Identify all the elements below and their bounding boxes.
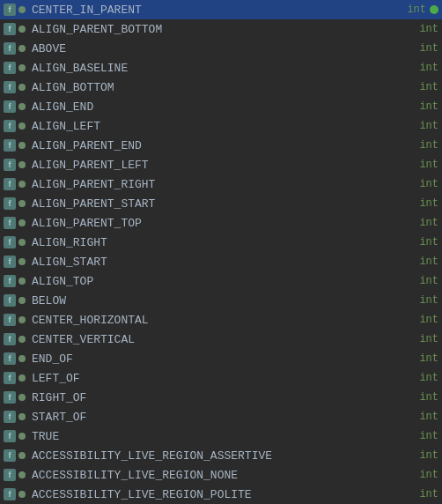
item-type: int	[419, 411, 438, 423]
visibility-icon	[18, 181, 26, 188]
field-icon: f	[4, 4, 16, 16]
visibility-icon	[18, 413, 26, 420]
visibility-icon	[18, 374, 26, 382]
visibility-icon	[18, 316, 26, 323]
icon-area: f	[4, 217, 32, 229]
icon-area: f	[4, 100, 32, 113]
icon-area: f	[4, 197, 32, 210]
visibility-icon	[18, 239, 26, 246]
item-name: CENTER_HORIZONTAL	[32, 314, 412, 327]
icon-area: f	[4, 449, 32, 462]
list-item[interactable]: fALIGN_BASELINEint	[0, 58, 442, 78]
list-item[interactable]: fALIGN_RIGHTint	[0, 233, 442, 252]
item-type: int	[419, 197, 438, 210]
visibility-icon	[18, 297, 26, 304]
field-icon: f	[4, 314, 16, 326]
field-icon: f	[4, 159, 16, 171]
item-type: int	[407, 4, 426, 16]
item-name: START_OF	[32, 411, 412, 424]
item-type: int	[419, 23, 438, 35]
item-type: int	[419, 372, 438, 384]
visibility-icon	[18, 64, 26, 71]
list-item[interactable]: fSTART_OFint	[0, 407, 442, 426]
icon-area: f	[4, 256, 32, 268]
list-item[interactable]: fALIGN_PARENT_BOTTOMint	[0, 19, 442, 39]
list-item[interactable]: fACCESSIBILITY_LIVE_REGION_POLITEint	[0, 485, 442, 504]
icon-area: f	[4, 275, 32, 287]
visibility-icon	[18, 258, 26, 265]
visibility-icon	[18, 394, 26, 401]
icon-area: f	[4, 391, 32, 404]
list-item[interactable]: fALIGN_BOTTOMint	[0, 78, 442, 97]
list-item[interactable]: fTRUEint	[0, 426, 442, 446]
visibility-icon	[18, 433, 26, 440]
icon-area: f	[4, 469, 32, 481]
field-icon: f	[4, 62, 16, 74]
list-item[interactable]: fEND_OFint	[0, 349, 442, 368]
field-icon: f	[4, 236, 16, 248]
icon-area: f	[4, 42, 32, 55]
list-item[interactable]: fABOVEint	[0, 39, 442, 58]
icon-area: f	[4, 4, 32, 16]
item-type: int	[419, 294, 438, 307]
item-type: int	[419, 100, 438, 113]
item-name: CENTER_IN_PARENT	[32, 4, 400, 17]
item-type: int	[419, 430, 438, 442]
visibility-icon	[18, 336, 26, 343]
item-type: int	[419, 62, 438, 74]
field-icon: f	[4, 469, 16, 481]
item-type: int	[419, 81, 438, 93]
list-item[interactable]: fALIGN_PARENT_STARTint	[0, 194, 442, 213]
field-icon: f	[4, 42, 16, 55]
list-item[interactable]: fALIGN_LEFTint	[0, 116, 442, 136]
list-item[interactable]: fCENTER_HORIZONTALint	[0, 310, 442, 330]
visibility-icon	[18, 45, 26, 52]
list-item[interactable]: fBELOWint	[0, 291, 442, 310]
item-type: int	[419, 42, 438, 55]
list-item[interactable]: fALIGN_STARTint	[0, 252, 442, 271]
list-item[interactable]: fALIGN_PARENT_ENDint	[0, 136, 442, 155]
icon-area: f	[4, 120, 32, 132]
icon-area: f	[4, 372, 32, 384]
visibility-icon	[18, 355, 26, 362]
item-type: int	[419, 275, 438, 287]
visibility-icon	[18, 219, 26, 226]
field-icon: f	[4, 139, 16, 152]
icon-area: f	[4, 139, 32, 152]
item-name: TRUE	[32, 430, 412, 443]
item-name: RIGHT_OF	[32, 391, 412, 404]
item-name: BELOW	[32, 294, 412, 308]
list-item[interactable]: fCENTER_IN_PARENTint	[0, 0, 442, 19]
field-icon: f	[4, 81, 16, 93]
list-item[interactable]: fCENTER_VERTICALint	[0, 330, 442, 349]
item-name: ALIGN_BOTTOM	[32, 81, 412, 94]
list-item[interactable]: fALIGN_ENDint	[0, 97, 442, 116]
visibility-icon	[18, 200, 26, 207]
icon-area: f	[4, 23, 32, 35]
field-icon: f	[4, 120, 16, 132]
list-item[interactable]: fALIGN_PARENT_RIGHTint	[0, 174, 442, 194]
field-icon: f	[4, 391, 16, 404]
item-name: ALIGN_PARENT_END	[32, 139, 412, 152]
field-icon: f	[4, 217, 16, 229]
field-icon: f	[4, 411, 16, 423]
item-type: int	[419, 469, 438, 481]
item-name: ACCESSIBILITY_LIVE_REGION_POLITE	[32, 488, 412, 501]
item-type: int	[419, 120, 438, 132]
item-type: int	[419, 488, 438, 500]
field-icon: f	[4, 197, 16, 210]
list-item[interactable]: fRIGHT_OFint	[0, 388, 442, 407]
list-item[interactable]: fLEFT_OFint	[0, 368, 442, 388]
item-name: ALIGN_PARENT_BOTTOM	[32, 23, 412, 36]
list-item[interactable]: fALIGN_TOPint	[0, 271, 442, 291]
item-name: ALIGN_START	[32, 256, 412, 269]
field-icon: f	[4, 275, 16, 287]
list-item[interactable]: fACCESSIBILITY_LIVE_REGION_NONEint	[0, 465, 442, 485]
item-name: ALIGN_PARENT_RIGHT	[32, 178, 412, 191]
item-type: int	[419, 139, 438, 152]
item-name: ACCESSIBILITY_LIVE_REGION_ASSERTIVE	[32, 449, 412, 463]
list-item[interactable]: fACCESSIBILITY_LIVE_REGION_ASSERTIVEint	[0, 446, 442, 465]
list-item[interactable]: fALIGN_PARENT_LEFTint	[0, 155, 442, 174]
list-item[interactable]: fALIGN_PARENT_TOPint	[0, 213, 442, 233]
icon-area: f	[4, 411, 32, 423]
